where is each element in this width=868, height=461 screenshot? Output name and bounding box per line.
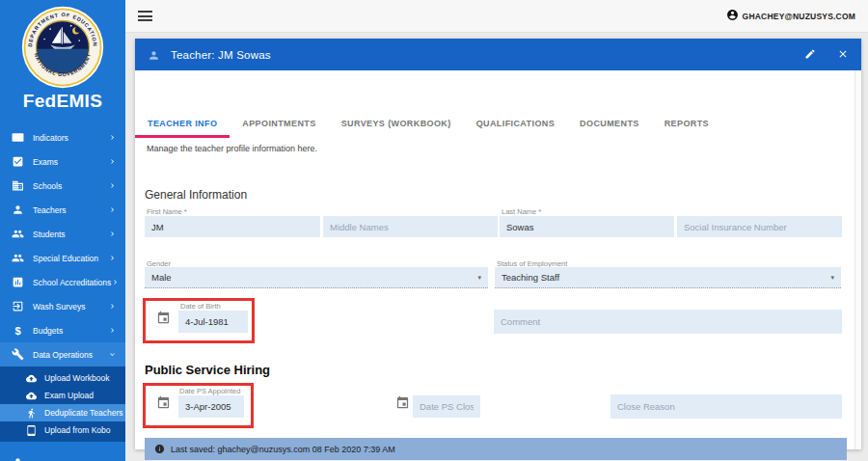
dob-label: Date of Birth (180, 302, 221, 311)
last-name-label: Last Name * (502, 207, 541, 216)
sidebar-item-budgets[interactable]: $Budgets (0, 318, 125, 342)
close-button[interactable] (837, 46, 849, 64)
dropdown-caret-icon: ▾ (477, 274, 481, 282)
chevron-right-icon (108, 133, 117, 142)
panel-header: Teacher: JM Sowas (135, 39, 861, 70)
edit-button[interactable] (804, 46, 816, 64)
teacher-panel: Teacher: JM Sowas TEACHER INFOAPPOINTMEN… (135, 39, 861, 449)
checkbox-icon (12, 155, 24, 168)
person-icon (148, 48, 160, 61)
tab-reports[interactable]: REPORTS (652, 111, 721, 135)
people-icon (12, 228, 24, 240)
sidebar-subitem-upload-from-kobo[interactable]: Upload from Kobo (0, 421, 125, 439)
exit-icon (12, 300, 24, 312)
cloud-upload-icon (26, 373, 37, 384)
comment-field[interactable] (494, 310, 842, 334)
walk-icon (26, 408, 37, 419)
topbar: GHACHEY@NUZUSYS.COM (125, 0, 868, 33)
cloud-upload-icon (26, 391, 37, 401)
chevron-down-icon (108, 350, 117, 359)
sidebar-menu: IndicatorsExamsSchoolsTeachersStudentsSp… (0, 125, 125, 461)
tab-qualifications[interactable]: QUALIFICATIONS (464, 111, 567, 135)
dob-field[interactable] (178, 311, 248, 333)
chevron-right-icon (108, 157, 117, 166)
wrench-icon (12, 348, 24, 361)
ps-closed-field[interactable] (413, 395, 480, 418)
sidebar-submenu-data-operations: Upload WorkbookExam UploadDeduplicate Te… (0, 366, 125, 442)
department-logo: DEPARTMENT OF EDUCATION NATIONAL GOVERNM… (0, 0, 125, 89)
last-saved-bar: Last saved: ghachey@nuzusys.com 08 Feb 2… (145, 438, 847, 460)
chevron-right-icon (111, 278, 120, 286)
sidebar-item-data-operations[interactable]: Data Operations (0, 342, 125, 366)
sidebar-item-teachers[interactable]: Teachers (0, 198, 125, 222)
sidebar-item-students[interactable]: Students (0, 222, 125, 246)
tab-appointments[interactable]: APPOINTMENTS (230, 111, 328, 135)
sidebar-item-school-accreditations[interactable]: School Accreditations (0, 270, 125, 294)
sidebar-item-exams[interactable]: Exams (0, 149, 125, 174)
sidebar: DEPARTMENT OF EDUCATION NATIONAL GOVERNM… (0, 0, 125, 461)
middle-names-field[interactable] (323, 216, 498, 237)
people-icon (12, 252, 24, 264)
sidebar-item-wash-surveys[interactable]: Wash Surveys (0, 294, 125, 318)
tab-teacher-info[interactable]: TEACHER INFO (135, 111, 230, 135)
tablet-icon (26, 425, 37, 436)
chevron-right-icon (108, 302, 117, 311)
first-name-field[interactable] (145, 216, 320, 237)
panel-body: TEACHER INFOAPPOINTMENTSSURVEYS (WORKBOO… (135, 70, 861, 449)
dropdown-caret-icon: ▾ (830, 274, 834, 282)
dashboard-icon (12, 131, 24, 144)
sidebar-item-schools[interactable]: Schools (0, 174, 125, 198)
info-icon (154, 444, 165, 454)
tab-documents[interactable]: DOCUMENTS (567, 111, 652, 135)
first-name-label: First Name * (147, 207, 187, 216)
dollar-icon: $ (12, 324, 24, 337)
hamburger-menu-icon[interactable] (138, 9, 152, 24)
sidebar-item-indicators[interactable]: Indicators (0, 125, 125, 149)
person-icon (12, 456, 24, 461)
close-reason-field[interactable] (610, 394, 842, 419)
user-email: GHACHEY@NUZUSYS.COM (743, 12, 855, 21)
public-service-title: Public Service Hiring (145, 363, 270, 377)
sidebar-subitem-deduplicate-teachers[interactable]: Deduplicate Teachers (0, 404, 125, 421)
ps-appointed-label: Date PS Appointed (179, 387, 240, 395)
sidebar-item-special-education[interactable]: Special Education (0, 246, 125, 270)
chevron-right-icon (108, 230, 117, 238)
calendar-icon[interactable] (156, 311, 171, 325)
ps-appointed-field[interactable] (178, 395, 244, 418)
last-saved-text: Last saved: ghachey@nuzusys.com 08 Feb 2… (171, 445, 395, 454)
social-insurance-field[interactable] (677, 216, 842, 237)
intro-text: Manage the teacher profile information h… (147, 144, 317, 153)
chevron-right-icon (108, 205, 117, 214)
chevron-right-icon (108, 254, 117, 262)
last-name-field[interactable] (500, 216, 674, 237)
chevron-right-icon (108, 181, 117, 190)
sidebar-subitem-exam-upload[interactable]: Exam Upload (0, 387, 125, 404)
general-info-title: General Information (145, 188, 247, 202)
chart-icon (12, 276, 24, 288)
sidebar-item-partial[interactable] (0, 450, 125, 461)
brand-title: FedEMIS (0, 91, 125, 112)
chevron-right-icon (108, 326, 117, 335)
calendar-icon[interactable] (156, 395, 171, 410)
calendar-icon[interactable] (395, 395, 410, 410)
sidebar-subitem-upload-workbook[interactable]: Upload Workbook (0, 369, 125, 387)
employment-status-select[interactable]: Teaching Staff ▾ (495, 267, 841, 288)
tab-surveys-workbook[interactable]: SURVEYS (WORKBOOK) (329, 111, 464, 135)
panel-title: Teacher: JM Sowas (171, 49, 271, 61)
account-circle-icon (726, 9, 739, 23)
scrollbar[interactable] (854, 70, 861, 449)
gender-select[interactable]: Male ▾ (145, 267, 488, 288)
tab-bar: TEACHER INFOAPPOINTMENTSSURVEYS (WORKBOO… (135, 111, 721, 135)
person-icon (12, 203, 24, 216)
user-account-button[interactable]: GHACHEY@NUZUSYS.COM (726, 9, 855, 23)
building-icon (12, 179, 24, 192)
